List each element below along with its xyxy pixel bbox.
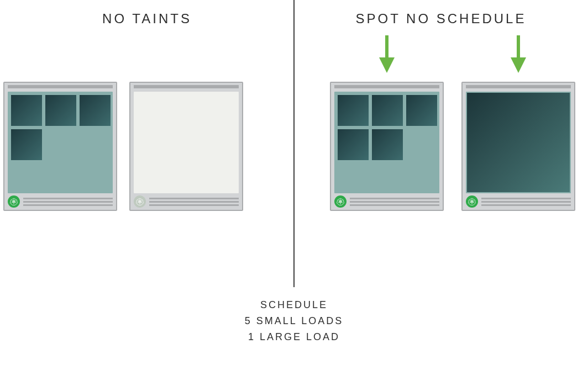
footer-lines — [350, 198, 439, 206]
node-right-b — [461, 82, 575, 211]
node-content — [8, 92, 113, 193]
footer-lines — [481, 198, 571, 206]
node-right-a — [330, 82, 444, 211]
node-left-a — [3, 82, 117, 211]
node-footer — [466, 195, 571, 208]
pod — [80, 95, 111, 126]
kubernetes-icon — [466, 195, 478, 208]
node-topbar — [466, 85, 571, 88]
caption: SCHEDULE 5 SMALL LOADS 1 LARGE LOAD — [0, 297, 588, 345]
caption-line-3: 1 LARGE LOAD — [0, 329, 588, 345]
caption-line-2: 5 SMALL LOADS — [0, 313, 588, 329]
node-topbar — [134, 85, 239, 88]
pod — [338, 129, 369, 160]
kubernetes-icon — [134, 195, 146, 208]
footer-lines — [23, 198, 113, 206]
footer-lines — [149, 198, 239, 206]
node-topbar — [8, 85, 113, 88]
center-divider — [293, 0, 295, 287]
header-left: NO TAINTS — [0, 11, 294, 27]
kubernetes-icon — [334, 195, 347, 208]
pod — [338, 95, 369, 126]
header-right: SPOT NO SCHEDULE — [294, 11, 588, 27]
node-footer — [134, 195, 239, 208]
node-content — [334, 92, 439, 193]
node-topbar — [334, 85, 439, 88]
pod — [45, 95, 76, 126]
arrow-down-icon — [376, 35, 398, 74]
node-left-b — [129, 82, 243, 211]
node-footer — [334, 195, 439, 208]
node-footer — [8, 195, 113, 208]
kubernetes-icon — [8, 195, 20, 208]
node-content — [466, 92, 571, 193]
caption-line-1: SCHEDULE — [0, 297, 588, 313]
arrow-down-icon — [507, 35, 529, 74]
pod — [11, 129, 42, 160]
pod — [11, 95, 42, 126]
node-content — [134, 92, 239, 193]
pod — [406, 95, 437, 126]
pod — [372, 129, 403, 160]
pod — [372, 95, 403, 126]
pod-large — [467, 93, 570, 192]
